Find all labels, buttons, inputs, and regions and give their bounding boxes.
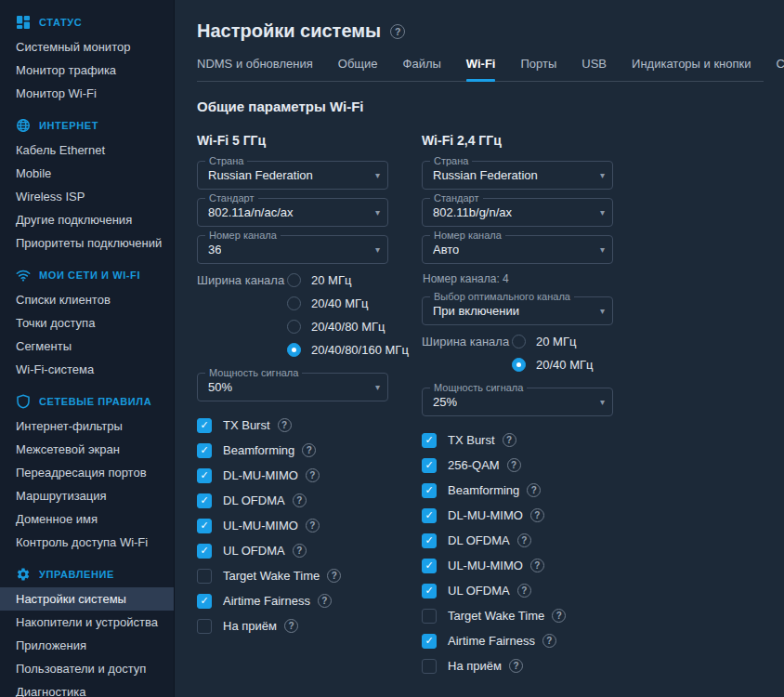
checkbox[interactable]: ✓ [197,544,212,559]
help-icon[interactable]: ? [503,433,516,447]
help-icon[interactable]: ? [530,559,544,572]
help-icon[interactable]: ? [517,533,531,547]
sidebar-item[interactable]: Списки клиентов [0,288,174,311]
sidebar-item[interactable]: Сегменты [0,335,174,358]
sidebar-item[interactable]: Настройки системы [0,587,174,611]
sidebar-item[interactable]: Маршрутизация [0,484,174,507]
checkbox[interactable]: ✓ [197,519,212,533]
select-field[interactable]: Номер канала36▾ [197,235,388,264]
radio-option-label[interactable]: 20/40/80 МГц [311,320,385,334]
tab[interactable]: Соглашения [777,57,784,81]
radio-button[interactable] [287,343,301,357]
sidebar-item[interactable]: Пользователи и доступ [0,657,174,680]
select-field[interactable]: Стандарт802.11a/n/ac/ax▾ [197,198,388,227]
checkbox-label[interactable]: TX Burst [448,433,495,447]
checkbox[interactable]: ✓ [422,433,437,448]
sidebar-item[interactable]: Wi-Fi-система [0,358,174,381]
help-icon[interactable]: ? [306,519,320,533]
help-icon[interactable]: ? [293,544,307,558]
sidebar-item[interactable]: Кабель Ethernet [0,138,174,162]
sidebar-item[interactable]: Доменное имя [0,507,174,531]
sidebar-item[interactable]: Другие подключения [0,208,174,231]
radio-option-label[interactable]: 20/40/80/160 МГц [311,343,409,357]
tab[interactable]: Файлы [403,57,441,81]
checkbox[interactable] [197,619,212,634]
checkbox[interactable]: ✓ [422,508,437,523]
sidebar-item[interactable]: Контроль доступа Wi-Fi [0,531,174,554]
sidebar-item[interactable]: Точки доступа [0,311,174,335]
checkbox-label[interactable]: Target Wake Time [448,609,544,623]
help-icon[interactable]: ? [530,508,544,522]
radio-option-label[interactable]: 20/40 МГц [536,358,593,372]
tab[interactable]: Общие [338,57,378,81]
radio-option-label[interactable]: 20 МГц [311,273,351,287]
radio-button[interactable] [512,358,526,372]
help-icon[interactable]: ? [517,584,531,598]
sidebar-item[interactable]: Накопители и устройства [0,611,174,634]
help-icon[interactable]: ? [293,493,307,507]
tab[interactable]: USB [581,57,607,81]
checkbox-label[interactable]: 256-QAM [448,458,500,472]
sidebar-item[interactable]: Mobile [0,162,174,185]
checkbox[interactable]: ✓ [197,594,212,609]
checkbox[interactable]: ✓ [197,443,212,458]
radio-option-label[interactable]: 20 МГц [536,335,576,348]
help-icon[interactable]: ? [284,619,298,633]
checkbox[interactable]: ✓ [422,559,437,573]
checkbox-label[interactable]: На приём [448,659,502,673]
help-icon[interactable]: ? [318,594,332,608]
help-icon[interactable]: ? [542,634,556,648]
checkbox[interactable]: ✓ [422,584,437,598]
checkbox-label[interactable]: Airtime Fairness [448,634,535,648]
tab[interactable]: NDMS и обновления [197,57,313,81]
select-field[interactable]: Мощность сигнала25%▾ [422,388,613,416]
checkbox[interactable]: ✓ [197,418,212,433]
checkbox[interactable]: ✓ [197,493,212,508]
checkbox[interactable] [422,659,437,674]
help-icon[interactable]: ? [278,418,292,432]
checkbox[interactable]: ✓ [422,483,437,498]
sidebar-item[interactable]: Интернет-фильтры [0,414,174,438]
radio-option-label[interactable]: 20/40 МГц [311,296,368,310]
checkbox-label[interactable]: DL OFDMA [448,533,510,547]
select-field[interactable]: СтранаRussian Federation▾ [197,161,388,190]
sidebar-item[interactable]: Системный монитор [0,35,174,59]
help-icon[interactable]: ? [507,458,521,472]
checkbox-label[interactable]: UL-MU-MIMO [223,519,298,533]
checkbox-label[interactable]: UL-MU-MIMO [448,559,523,572]
checkbox[interactable]: ✓ [422,458,437,473]
help-icon[interactable]: ? [327,569,341,583]
tab[interactable]: Wi-Fi [466,57,496,81]
help-icon[interactable]: ? [390,24,405,39]
sidebar-item[interactable]: Межсетевой экран [0,438,174,461]
select-field[interactable]: СтранаRussian Federation▾ [422,161,613,190]
checkbox[interactable] [197,569,212,584]
select-field[interactable]: Выбор оптимального каналаПри включении▾ [422,296,613,325]
checkbox-label[interactable]: DL-MU-MIMO [223,468,298,482]
checkbox[interactable] [422,609,437,624]
checkbox-label[interactable]: UL OFDMA [448,584,510,598]
checkbox-label[interactable]: DL OFDMA [223,493,285,507]
sidebar-item[interactable]: Приоритеты подключений [0,231,174,255]
sidebar-item[interactable]: Монитор трафика [0,59,174,82]
tab[interactable]: Порты [520,57,556,81]
sidebar-item[interactable]: Wireless ISP [0,185,174,208]
radio-button[interactable] [287,296,301,310]
radio-button[interactable] [287,273,301,287]
checkbox[interactable]: ✓ [422,634,437,649]
sidebar-item[interactable]: Диагностика [0,680,174,697]
tab[interactable]: Индикаторы и кнопки [632,57,751,81]
checkbox-label[interactable]: Beamforming [448,483,519,497]
help-icon[interactable]: ? [509,659,523,673]
select-field[interactable]: Стандарт802.11b/g/n/ax▾ [422,198,613,227]
checkbox[interactable]: ✓ [422,533,437,548]
radio-button[interactable] [512,335,526,348]
select-field[interactable]: Номер каналаАвто▾ [422,235,613,264]
checkbox-label[interactable]: Target Wake Time [223,569,320,583]
checkbox-label[interactable]: UL OFDMA [223,544,285,558]
help-icon[interactable]: ? [527,483,541,497]
sidebar-item[interactable]: Переадресация портов [0,461,174,484]
select-field[interactable]: Мощность сигнала50%▾ [197,373,388,401]
help-icon[interactable]: ? [306,468,320,482]
checkbox-label[interactable]: На приём [223,619,277,633]
